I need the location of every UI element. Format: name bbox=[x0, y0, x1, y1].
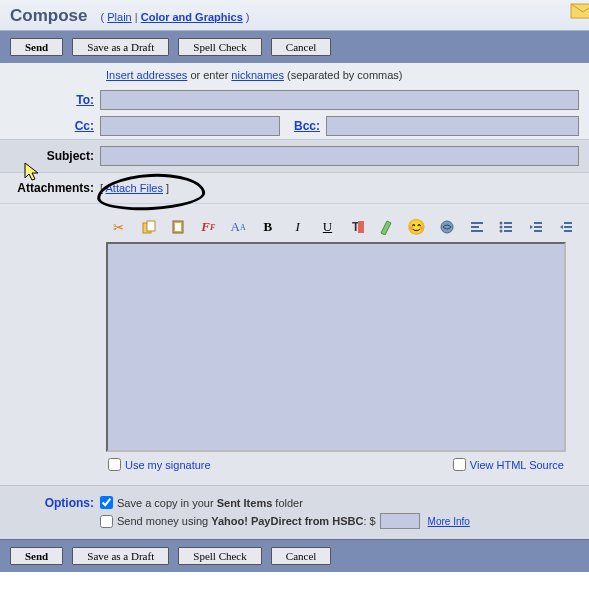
subject-row: Subject: bbox=[0, 139, 589, 173]
outdent-icon[interactable] bbox=[527, 218, 545, 236]
header-view-links: ( Plain | Color and Graphics ) bbox=[101, 11, 250, 23]
cut-icon[interactable]: ✂ bbox=[110, 218, 128, 236]
message-body[interactable] bbox=[106, 242, 566, 452]
cc-input[interactable] bbox=[100, 116, 280, 136]
svg-point-12 bbox=[500, 226, 503, 229]
attachments-row: Attachments: [ Attach Files ] bbox=[0, 173, 589, 204]
attachments-label: Attachments: bbox=[0, 181, 100, 195]
save-copy-checkbox[interactable]: Save a copy in your Sent Items folder bbox=[100, 496, 303, 509]
send-button-bottom[interactable]: Send bbox=[10, 547, 63, 565]
spell-check-button-bottom[interactable]: Spell Check bbox=[178, 547, 261, 565]
editor-area: ✂ FF AA B I U T 😊 Us bbox=[0, 204, 589, 485]
options-block: Options: Save a copy in your Sent Items … bbox=[0, 485, 589, 539]
compose-form: Insert addresses or enter nicknames (sep… bbox=[0, 63, 589, 539]
send-money-label: Send money using Yahoo! PayDirect from H… bbox=[117, 515, 376, 527]
spell-check-button[interactable]: Spell Check bbox=[178, 38, 261, 56]
attach-files-link[interactable]: Attach Files bbox=[106, 182, 163, 194]
more-info-link[interactable]: More Info bbox=[428, 516, 470, 527]
bracket-close: ] bbox=[163, 182, 169, 194]
scp1: Save a copy in your bbox=[117, 497, 217, 509]
align-icon[interactable] bbox=[468, 218, 486, 236]
indent-icon[interactable] bbox=[557, 218, 575, 236]
address-hint: Insert addresses or enter nicknames (sep… bbox=[0, 63, 589, 87]
highlight-icon[interactable] bbox=[378, 218, 396, 236]
save-draft-button[interactable]: Save as a Draft bbox=[72, 38, 169, 56]
sep: | bbox=[132, 11, 141, 23]
scp2: Sent Items bbox=[217, 497, 273, 509]
top-button-bar: Send Save as a Draft Spell Check Cancel bbox=[0, 31, 589, 63]
envelope-icon bbox=[569, 0, 589, 20]
insert-addresses-link[interactable]: Insert addresses bbox=[106, 69, 187, 81]
underline-icon[interactable]: U bbox=[319, 218, 337, 236]
plain-link[interactable]: Plain bbox=[107, 11, 131, 23]
color-graphics-link[interactable]: Color and Graphics bbox=[141, 11, 243, 23]
insert-link-icon[interactable] bbox=[438, 218, 456, 236]
to-row: To: bbox=[0, 87, 589, 113]
page-title: Compose bbox=[10, 6, 87, 25]
cc-label[interactable]: Cc: bbox=[75, 119, 94, 133]
copy-icon[interactable] bbox=[140, 218, 158, 236]
svg-rect-4 bbox=[175, 223, 181, 231]
paste-icon[interactable] bbox=[170, 218, 188, 236]
scp3: folder bbox=[272, 497, 303, 509]
view-html-label: View HTML Source bbox=[470, 459, 564, 471]
smp1: Send money using bbox=[117, 515, 211, 527]
list-icon[interactable] bbox=[498, 218, 516, 236]
smp3: : $ bbox=[363, 515, 375, 527]
svg-rect-2 bbox=[147, 221, 155, 231]
svg-point-13 bbox=[500, 230, 503, 233]
svg-point-11 bbox=[500, 222, 503, 225]
send-button[interactable]: Send bbox=[10, 38, 63, 56]
subject-input[interactable] bbox=[100, 146, 579, 166]
bcc-input[interactable] bbox=[326, 116, 579, 136]
cancel-button[interactable]: Cancel bbox=[271, 38, 332, 56]
use-signature-checkbox[interactable]: Use my signature bbox=[108, 458, 211, 471]
use-signature-input[interactable] bbox=[108, 458, 121, 471]
emoticon-icon[interactable]: 😊 bbox=[408, 218, 426, 236]
smp2: Yahoo! PayDirect from HSBC bbox=[211, 515, 363, 527]
font-color-icon[interactable]: T bbox=[348, 218, 366, 236]
use-signature-label: Use my signature bbox=[125, 459, 211, 471]
save-copy-label: Save a copy in your Sent Items folder bbox=[117, 497, 303, 509]
view-html-input[interactable] bbox=[453, 458, 466, 471]
amount-input[interactable] bbox=[380, 513, 420, 529]
view-html-checkbox[interactable]: View HTML Source bbox=[453, 458, 564, 471]
hint-after: (separated by commas) bbox=[284, 69, 403, 81]
save-copy-input[interactable] bbox=[100, 496, 113, 509]
bcc-label[interactable]: Bcc: bbox=[294, 119, 320, 133]
send-money-input[interactable] bbox=[100, 515, 113, 528]
hint-mid: or enter bbox=[187, 69, 231, 81]
editor-toolbar: ✂ FF AA B I U T 😊 bbox=[106, 212, 579, 242]
compose-header: Compose ( Plain | Color and Graphics ) bbox=[0, 0, 589, 31]
cc-row: Cc: Bcc: bbox=[0, 113, 589, 139]
font-size-icon[interactable]: AA bbox=[229, 218, 247, 236]
paren-close: ) bbox=[243, 11, 250, 23]
below-editor-row: Use my signature View HTML Source bbox=[106, 452, 566, 481]
options-label: Options: bbox=[0, 494, 100, 510]
subject-label: Subject: bbox=[0, 149, 100, 163]
bottom-button-bar: Send Save as a Draft Spell Check Cancel bbox=[0, 539, 589, 572]
save-draft-button-bottom[interactable]: Save as a Draft bbox=[72, 547, 169, 565]
to-label[interactable]: To: bbox=[76, 93, 94, 107]
cancel-button-bottom[interactable]: Cancel bbox=[271, 547, 332, 565]
send-money-checkbox[interactable]: Send money using Yahoo! PayDirect from H… bbox=[100, 515, 376, 528]
nicknames-link[interactable]: nicknames bbox=[231, 69, 284, 81]
to-input[interactable] bbox=[100, 90, 579, 110]
italic-icon[interactable]: I bbox=[289, 218, 307, 236]
bold-icon[interactable]: B bbox=[259, 218, 277, 236]
font-face-icon[interactable]: FF bbox=[199, 218, 217, 236]
svg-rect-6 bbox=[358, 221, 364, 233]
